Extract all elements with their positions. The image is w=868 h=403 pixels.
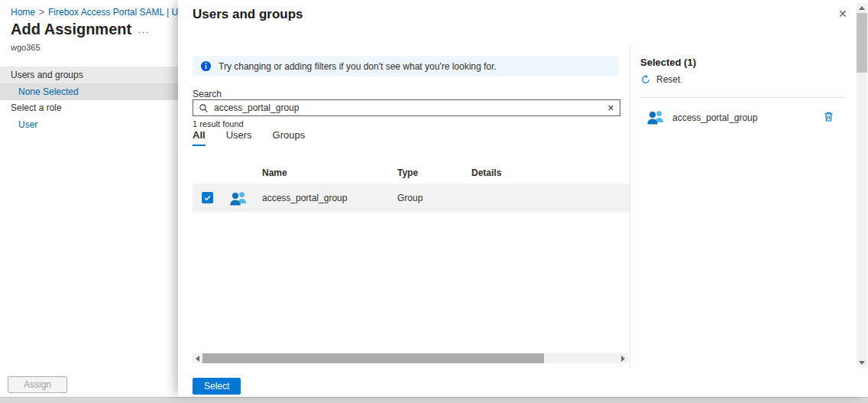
tab-all[interactable]: All bbox=[193, 129, 206, 146]
users-and-groups-panel: Users and groups ✕ Try changing or addin… bbox=[178, 0, 868, 397]
user-role-link[interactable]: User bbox=[18, 119, 37, 130]
scroll-left-icon[interactable] bbox=[193, 353, 202, 363]
reset-button[interactable]: Reset bbox=[640, 74, 680, 85]
reset-label: Reset bbox=[656, 74, 680, 85]
more-menu-icon[interactable]: ··· bbox=[138, 26, 150, 37]
search-input[interactable] bbox=[214, 102, 602, 113]
none-selected-link[interactable]: None Selected bbox=[0, 83, 178, 100]
breadcrumb: Home>Firebox Access Portal SAML | Users bbox=[11, 7, 196, 18]
horizontal-scrollbar-thumb[interactable] bbox=[202, 353, 544, 363]
select-button[interactable]: Select bbox=[193, 378, 241, 395]
tab-users[interactable]: Users bbox=[226, 129, 252, 146]
horizontal-scrollbar[interactable] bbox=[193, 353, 628, 363]
breadcrumb-current-link[interactable]: Firebox Access Portal SAML | Users bbox=[48, 7, 196, 18]
azure-portal-page: Home>Firebox Access Portal SAML | Users … bbox=[0, 0, 868, 403]
column-header-name: Name bbox=[262, 167, 287, 178]
info-icon bbox=[200, 60, 212, 72]
close-icon[interactable]: ✕ bbox=[838, 8, 847, 20]
group-icon bbox=[228, 187, 249, 209]
page-title: Add Assignment bbox=[11, 21, 131, 38]
row-name: access_portal_group bbox=[262, 184, 347, 213]
vertical-scrollbar[interactable] bbox=[857, 3, 867, 368]
row-type: Group bbox=[397, 184, 423, 213]
result-count: 1 result found bbox=[193, 119, 244, 128]
page-subtitle: wgo365 bbox=[11, 43, 40, 52]
reset-icon bbox=[640, 74, 651, 85]
filter-tabs: All Users Groups bbox=[193, 129, 305, 146]
info-banner-text: Try changing or adding filters if you do… bbox=[219, 61, 497, 72]
breadcrumb-home-link[interactable]: Home bbox=[11, 7, 35, 18]
column-header-details: Details bbox=[471, 167, 501, 178]
info-banner: Try changing or adding filters if you do… bbox=[193, 56, 619, 76]
panel-title: Users and groups bbox=[193, 7, 303, 22]
page-bottom-edge bbox=[0, 397, 868, 403]
users-and-groups-section-label: Users and groups bbox=[0, 67, 178, 83]
selected-list-divider bbox=[640, 97, 845, 98]
assign-button[interactable]: Assign bbox=[8, 376, 67, 393]
selected-item-name: access_portal_group bbox=[672, 112, 757, 123]
panel-divider bbox=[630, 46, 630, 369]
search-label: Search bbox=[193, 89, 222, 99]
scroll-right-icon[interactable] bbox=[618, 353, 628, 363]
tab-groups[interactable]: Groups bbox=[273, 129, 306, 146]
checkmark-icon bbox=[203, 193, 212, 202]
table-row[interactable]: access_portal_group Group bbox=[193, 184, 630, 213]
clear-search-icon[interactable]: ✕ bbox=[607, 103, 614, 113]
column-header-type: Type bbox=[397, 167, 418, 178]
select-role-label: Select a role bbox=[11, 102, 62, 113]
trash-icon[interactable] bbox=[822, 111, 834, 123]
vertical-scrollbar-thumb[interactable] bbox=[857, 13, 867, 73]
row-checkbox[interactable] bbox=[202, 192, 213, 203]
scroll-up-icon[interactable] bbox=[857, 3, 867, 13]
breadcrumb-separator: > bbox=[39, 7, 44, 18]
scroll-down-icon[interactable] bbox=[857, 358, 867, 368]
selected-count-title: Selected (1) bbox=[640, 57, 696, 68]
search-box: ✕ bbox=[193, 99, 620, 116]
search-icon bbox=[199, 103, 209, 113]
group-icon bbox=[645, 106, 666, 128]
